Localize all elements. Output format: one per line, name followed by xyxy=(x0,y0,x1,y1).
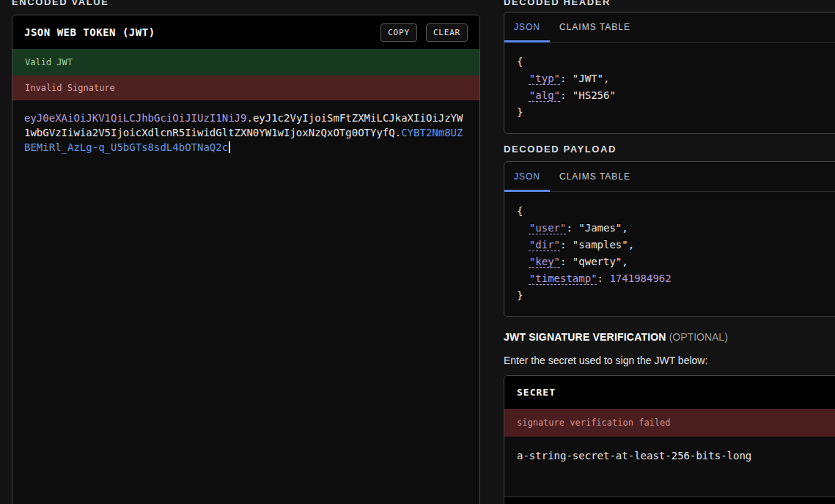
decoded-header-panel: JSON CLAIMS TABLE { "typ": "JWT", "alg":… xyxy=(504,12,835,134)
tab-label: JSON xyxy=(514,171,540,182)
encoded-panel-header: JSON WEB TOKEN (JWT) COPY CLEAR xyxy=(12,15,479,49)
json-value: "JWT" xyxy=(573,73,603,84)
jwt-panel-title: JSON WEB TOKEN (JWT) xyxy=(24,26,380,38)
invalid-signature-banner: Invalid Signature xyxy=(12,75,479,100)
encoded-value-panel: JSON WEB TOKEN (JWT) COPY CLEAR Valid JW… xyxy=(12,15,480,504)
clear-button[interactable]: CLEAR xyxy=(426,23,468,42)
decoded-payload-json: { "user": "James", "dir": "samples", "ke… xyxy=(504,192,835,315)
json-value: 1741984962 xyxy=(609,273,671,284)
jwt-separator-dot: . xyxy=(395,127,401,138)
json-key[interactable]: "dir" xyxy=(529,239,560,251)
json-key[interactable]: "user" xyxy=(529,222,567,234)
json-value: "samples" xyxy=(573,239,628,251)
json-key[interactable]: "alg" xyxy=(529,89,560,101)
header-tab-claims-table[interactable]: CLAIMS TABLE xyxy=(550,12,640,42)
secret-panel: SECRET signature verification failed a-s… xyxy=(504,375,835,504)
json-close-brace: } xyxy=(517,104,835,121)
panel-footer-divider xyxy=(504,496,835,504)
jwt-debugger: ENCODED VALUE JSON WEB TOKEN (JWT) COPY … xyxy=(0,0,835,504)
json-colon: : xyxy=(597,273,610,284)
json-comma: , xyxy=(603,73,609,84)
json-key[interactable]: "typ" xyxy=(529,73,560,84)
json-colon: : xyxy=(560,239,573,251)
json-entry-key: "key": "qwerty", xyxy=(517,253,835,270)
encoded-panel-actions: COPY CLEAR xyxy=(380,23,468,42)
json-value: "James" xyxy=(578,222,622,234)
json-entry-typ: "typ": "JWT", xyxy=(517,70,835,87)
tab-label: JSON xyxy=(514,22,540,32)
json-open-brace: { xyxy=(517,53,835,70)
decoded-header-label: DECODED HEADER xyxy=(504,0,611,7)
decoded-payload-panel: JSON CLAIMS TABLE { "user": "James", "di… xyxy=(504,161,835,317)
signature-verification-title-text: JWT SIGNATURE VERIFICATION xyxy=(504,331,666,343)
json-key[interactable]: "key" xyxy=(529,256,560,267)
json-colon: : xyxy=(566,222,578,234)
json-entry-alg: "alg": "HS256" xyxy=(517,87,835,104)
secret-label: SECRET xyxy=(517,387,556,398)
secret-input[interactable]: a-string-secret-at-least-256-bits-long xyxy=(504,437,835,496)
jwt-header-segment: eyJ0eXAiOiJKV1QiLCJhbGciOiJIUzI1NiJ9 xyxy=(24,112,246,124)
payload-tab-json[interactable]: JSON xyxy=(504,162,550,191)
json-open-brace: { xyxy=(517,203,835,220)
copy-button[interactable]: COPY xyxy=(380,23,417,42)
decoded-header-tabbar: JSON CLAIMS TABLE xyxy=(504,12,835,42)
verification-failed-banner: signature verification failed xyxy=(504,409,835,437)
header-tab-json[interactable]: JSON xyxy=(504,12,550,42)
json-comma: , xyxy=(622,222,628,234)
secret-panel-header: SECRET xyxy=(504,376,835,409)
secret-instructions: Enter the secret used to sign the JWT be… xyxy=(504,355,707,366)
jwt-separator-dot: . xyxy=(246,112,252,124)
decoded-payload-label: DECODED PAYLOAD xyxy=(504,144,617,155)
json-comma: , xyxy=(622,256,628,267)
json-close-brace: } xyxy=(517,287,835,304)
json-value: "HS256" xyxy=(573,89,616,101)
json-value: "qwerty" xyxy=(573,256,622,267)
jwt-token-input[interactable]: eyJ0eXAiOiJKV1QiLCJhbGciOiJIUzI1NiJ9.eyJ… xyxy=(12,100,479,165)
json-entry-user: "user": "James", xyxy=(517,220,835,237)
signature-verification-title: JWT SIGNATURE VERIFICATION(OPTIONAL) xyxy=(504,331,728,343)
optional-label: (OPTIONAL) xyxy=(669,331,728,343)
json-colon: : xyxy=(560,256,573,267)
json-key[interactable]: "timestamp" xyxy=(529,273,597,284)
valid-jwt-banner: Valid JWT xyxy=(12,49,479,75)
payload-tab-claims-table[interactable]: CLAIMS TABLE xyxy=(550,162,640,191)
encoded-value-label: ENCODED VALUE xyxy=(12,0,109,7)
encoded-column: ENCODED VALUE JSON WEB TOKEN (JWT) COPY … xyxy=(12,0,480,504)
json-comma: , xyxy=(628,239,634,251)
json-entry-timestamp: "timestamp": 1741984962 xyxy=(517,270,835,287)
json-colon: : xyxy=(560,73,573,84)
tab-label: CLAIMS TABLE xyxy=(559,171,630,182)
decoded-column: DECODED HEADER JSON CLAIMS TABLE { "typ"… xyxy=(504,0,835,504)
text-cursor xyxy=(229,141,230,153)
json-colon: : xyxy=(560,89,573,101)
json-entry-dir: "dir": "samples", xyxy=(517,237,835,253)
decoded-payload-tabbar: JSON CLAIMS TABLE xyxy=(504,162,835,192)
tab-label: CLAIMS TABLE xyxy=(559,22,630,32)
decoded-header-json: { "typ": "JWT", "alg": "HS256" } xyxy=(504,42,835,132)
